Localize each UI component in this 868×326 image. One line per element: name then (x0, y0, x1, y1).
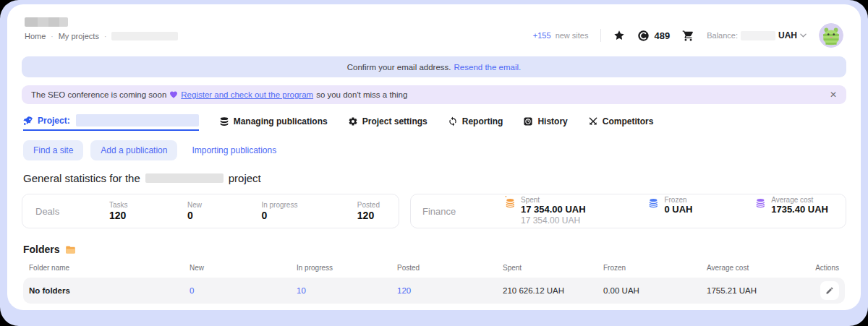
tab-reporting[interactable]: Reporting (448, 116, 503, 131)
favorites-star-icon[interactable] (613, 30, 625, 41)
folders-table-header: Folder name New In progress Posted Spent… (23, 264, 845, 272)
tab-project-settings[interactable]: Project settings (348, 116, 427, 131)
row-actions (806, 281, 843, 300)
tab-history-label: History (537, 116, 567, 126)
tab-project-label: Project: (38, 116, 70, 126)
stat-label: Tasks (109, 201, 128, 209)
tab-competitors-label: Competitors (603, 116, 654, 126)
stat-in-progress: In progress 0 (261, 201, 297, 221)
tab-project-settings-label: Project settings (362, 116, 427, 126)
project-name-redacted (76, 114, 199, 126)
credits-counter[interactable]: 489 (637, 30, 670, 42)
page-title: General statistics for the project (23, 172, 845, 184)
col-folder-name: Folder name (25, 264, 190, 272)
row-frozen: 0.00 UAH (603, 286, 707, 295)
finance-spent-sub: 17 354.00 UAH (521, 215, 586, 226)
tab-competitors[interactable]: Competitors (588, 116, 654, 131)
seo-register-link[interactable]: Register and check out the program (181, 90, 313, 99)
breadcrumb: Home · My projects · (25, 32, 178, 40)
project-tabs: Project: Managing publications Project s… (23, 114, 845, 131)
breadcrumb-my-projects[interactable]: My projects (59, 32, 99, 40)
stat-new: New 0 (187, 201, 202, 221)
col-frozen: Frozen (603, 264, 707, 272)
folder-icon (65, 244, 76, 255)
gear-icon (348, 116, 358, 126)
stat-value: 120 (109, 210, 128, 221)
stat-value: 0 (187, 210, 202, 221)
finance-spent-value: 17 354.00 UAH (521, 204, 586, 215)
credits-count: 489 (654, 30, 670, 41)
header: Home · My projects · +155 new sites 489 (17, 14, 851, 48)
coins-purple-icon (754, 196, 766, 208)
seo-banner-post: so you don't miss a thing (316, 90, 407, 99)
close-icon[interactable]: ✕ (830, 90, 837, 99)
history-icon (523, 116, 533, 126)
resend-email-link[interactable]: Resend the email. (454, 63, 522, 72)
row-in-progress-link[interactable]: 10 (297, 286, 397, 295)
purple-heart-icon (169, 90, 178, 99)
edit-button[interactable] (820, 281, 839, 300)
sync-circle-icon (448, 116, 458, 126)
finance-frozen-value: 0 UAH (664, 204, 692, 215)
finance-frozen-label: Frozen (664, 196, 692, 204)
deals-stats: Tasks 120 New 0 In progress 0 Posted 120 (109, 201, 380, 221)
finance-average-value: 1735.40 UAH (771, 204, 828, 215)
seo-banner-pre: The SEO conference is coming soon (31, 90, 166, 99)
tab-managing-publications[interactable]: Managing publications (219, 116, 328, 131)
col-in-progress: In progress (297, 264, 397, 272)
row-new-link[interactable]: 0 (190, 286, 297, 295)
crossed-swords-icon (588, 116, 598, 126)
table-row: No folders 0 10 120 210 626.12 UAH 0.00 … (23, 278, 845, 304)
coin-icon (637, 30, 650, 42)
header-divider (600, 29, 601, 42)
new-sites-label: new sites (556, 31, 589, 40)
header-left: Home · My projects · (25, 17, 178, 40)
email-banner-text: Confirm your email address. (347, 63, 451, 72)
logo-redacted (25, 17, 68, 27)
finance-average-cost: Average cost 1735.40 UAH (754, 196, 828, 226)
row-spent: 210 626.12 UAH (503, 286, 603, 295)
balance-menu[interactable]: Balance: UAH (707, 30, 807, 40)
cart-icon[interactable] (682, 30, 694, 42)
col-spent: Spent (503, 264, 603, 272)
page-title-pre: General statistics for the (23, 172, 140, 184)
col-actions: Actions (806, 264, 843, 272)
row-posted-link[interactable]: 120 (397, 286, 503, 295)
tab-reporting-label: Reporting (462, 116, 503, 126)
stat-label: Posted (357, 201, 380, 209)
stat-label: New (187, 201, 202, 209)
finance-spent: Spent 17 354.00 UAH 17 354.00 UAH (503, 196, 586, 226)
page-background: Home · My projects · +155 new sites 489 (0, 0, 868, 326)
seo-conference-banner: The SEO conference is coming soon Regist… (22, 85, 846, 104)
importing-publications-link[interactable]: Importing publications (184, 140, 284, 160)
finance-card: Finance Spent 17 354.00 UAH 17 354.00 UA… (410, 194, 846, 228)
balance-currency: UAH (778, 30, 797, 40)
finance-average-label: Average cost (771, 196, 828, 204)
add-publication-button[interactable]: Add a publication (90, 140, 177, 160)
col-average-cost: Average cost (707, 264, 806, 272)
coins-blue-icon (647, 196, 659, 208)
deals-label: Deals (35, 206, 109, 217)
finance-frozen: Frozen 0 UAH (647, 196, 692, 226)
find-site-button[interactable]: Find a site (23, 140, 83, 160)
finance-label: Finance (422, 206, 503, 217)
chevron-down-icon (800, 33, 807, 38)
stat-value: 0 (261, 210, 297, 221)
email-confirmation-banner: Confirm your email address. Resend the e… (22, 56, 846, 77)
row-folder-name: No folders (25, 286, 190, 295)
tab-history[interactable]: History (523, 116, 567, 131)
stat-posted: Posted 120 (357, 201, 380, 221)
breadcrumb-separator: · (104, 33, 106, 40)
project-name-redacted (145, 173, 224, 183)
new-sites-link[interactable]: +155 new sites (533, 31, 589, 40)
stack-icon (219, 116, 229, 126)
stat-label: In progress (261, 201, 297, 209)
breadcrumb-home[interactable]: Home (25, 32, 46, 40)
col-posted: Posted (397, 264, 503, 272)
pencil-icon (825, 286, 834, 295)
tab-project[interactable]: Project: (23, 114, 199, 131)
stat-value: 120 (357, 210, 380, 221)
avatar[interactable] (819, 23, 843, 48)
tab-managing-publications-label: Managing publications (234, 116, 328, 126)
app-card: Home · My projects · +155 new sites 489 (7, 4, 861, 310)
